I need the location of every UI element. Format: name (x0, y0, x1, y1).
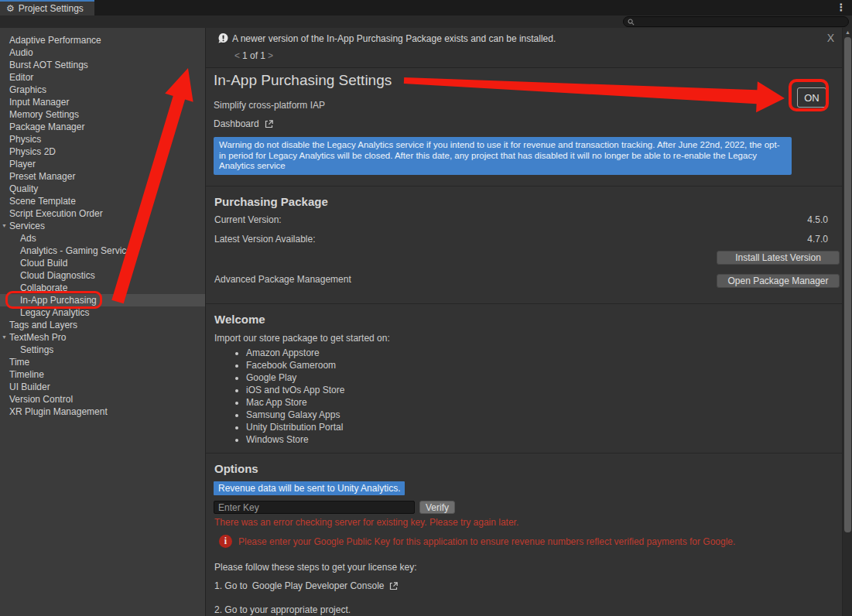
sidebar-item[interactable]: ▼ Services (0, 220, 205, 232)
license-step-1: 1. Go to Google Play Developer Console (214, 580, 399, 591)
sidebar-item[interactable]: ▼ Physics 2D (0, 145, 205, 158)
project-settings-window: ⚙ Project Settings ⋮ ▼ Adaptive Performa… (0, 0, 852, 616)
store-name: Facebook Gameroom (246, 360, 336, 371)
welcome-heading: Welcome (214, 313, 265, 326)
sidebar-item[interactable]: ▼ TextMesh Pro (0, 331, 205, 344)
sidebar-item-label: Timeline (9, 369, 44, 380)
sidebar-item-label: Time (9, 357, 29, 368)
install-latest-version-button[interactable]: Install Latest Version (717, 251, 840, 265)
legacy-analytics-warning: Warning do not disable the Legacy Analyt… (214, 137, 792, 175)
search-box[interactable] (623, 16, 849, 27)
sidebar-item-label: Package Manager (9, 121, 84, 132)
sidebar-item[interactable]: ▼ Adaptive Performance (0, 34, 205, 46)
sidebar-item[interactable]: ▼ Time (0, 356, 205, 368)
search-icon (628, 19, 635, 26)
pager-label: 1 of 1 (242, 50, 265, 61)
sidebar-item[interactable]: ▼ Quality (0, 183, 205, 195)
sidebar-item[interactable]: ▼ Physics (0, 133, 205, 145)
sidebar-item[interactable]: ▼ Audio (0, 46, 205, 59)
store-name: iOS and tvOs App Store (246, 385, 344, 395)
sidebar-item-label: UI Builder (9, 382, 50, 392)
pager-prev-icon[interactable]: < (232, 50, 242, 61)
service-on-toggle[interactable]: ON (797, 87, 826, 108)
sidebar-item[interactable]: ▼ UI Builder (0, 381, 205, 393)
sidebar-item-label: Tags and Layers (9, 320, 77, 330)
sidebar-item[interactable]: ▼ Package Manager (0, 121, 205, 133)
sidebar-item[interactable]: ▼ Player (0, 158, 205, 170)
vertical-scrollbar[interactable]: ▲ (842, 28, 852, 616)
console-warning-icon (217, 33, 229, 44)
sidebar-item[interactable]: ▼ Legacy Analytics (0, 306, 205, 319)
sidebar-item[interactable]: ▼ Version Control (0, 393, 205, 406)
sidebar-item[interactable]: ▼ Scene Template (0, 195, 205, 207)
settings-content: A newer version of the In-App Purchasing… (206, 28, 842, 616)
store-list-item: Mac App Store (246, 396, 344, 409)
banner-message: A newer version of the In-App Purchasing… (232, 33, 556, 44)
kebab-menu-icon[interactable]: ⋮ (836, 1, 847, 15)
sidebar-item-label: Memory Settings (9, 109, 79, 120)
sidebar-item-label: Adaptive Performance (9, 35, 101, 46)
google-play-console-link[interactable]: Google Play Developer Console (252, 580, 385, 591)
sidebar-item[interactable]: ▼ Analytics - Gaming Services (0, 245, 205, 257)
divider (206, 453, 842, 453)
search-input[interactable] (638, 17, 844, 26)
title-bar: ⚙ Project Settings ⋮ (0, 0, 852, 15)
sidebar-item[interactable]: ▼ In-App Purchasing (0, 294, 205, 306)
tab-project-settings[interactable]: ⚙ Project Settings (0, 0, 94, 15)
options-heading: Options (214, 462, 258, 475)
store-list-item: iOS and tvOs App Store (246, 384, 344, 396)
sidebar-item[interactable]: ▼ Graphics (0, 84, 205, 96)
info-icon: i (219, 535, 232, 548)
store-name: Amazon Appstore (246, 347, 320, 358)
sidebar-item-label: Ads (20, 233, 36, 244)
sidebar-item-label: Scene Template (9, 196, 76, 207)
sidebar-item[interactable]: ▼ Collaborate (0, 282, 205, 294)
scroll-up-icon[interactable]: ▲ (843, 29, 852, 35)
license-steps-intro: Please follow these steps to get your li… (214, 562, 416, 573)
sidebar-item-label: Editor (9, 72, 33, 83)
dashboard-link[interactable]: Dashboard (214, 118, 274, 129)
sidebar-item[interactable]: ▼ Input Manager (0, 96, 205, 108)
sidebar-item[interactable]: ▼ Burst AOT Settings (0, 59, 205, 71)
pager-next-icon[interactable]: > (265, 50, 275, 61)
sidebar-item[interactable]: ▼ Timeline (0, 368, 205, 381)
latest-version-label: Latest Version Available: (214, 234, 316, 245)
gear-icon: ⚙ (6, 4, 15, 13)
sidebar-item[interactable]: ▼ Cloud Build (0, 257, 205, 269)
sidebar-item[interactable]: ▼ Ads (0, 232, 205, 245)
sidebar-item-label: TextMesh Pro (9, 332, 66, 343)
sidebar-item-label: Player (9, 159, 36, 169)
sidebar-item[interactable]: ▼ XR Plugin Management (0, 406, 205, 418)
google-key-warning: Please enter your Google Public Key for … (238, 536, 834, 547)
google-key-input[interactable] (214, 501, 415, 514)
latest-version-value: 4.7.0 (807, 234, 828, 245)
open-package-manager-button[interactable]: Open Package Manager (717, 274, 840, 288)
foldout-icon[interactable]: ▼ (2, 220, 7, 232)
sidebar-item-label: Legacy Analytics (20, 307, 89, 318)
close-icon[interactable]: X (827, 32, 834, 44)
sidebar-item[interactable]: ▼ Script Execution Order (0, 207, 205, 220)
sidebar-item-label: Input Manager (9, 97, 69, 108)
sidebar-item[interactable]: ▼ Tags and Layers (0, 319, 205, 331)
sidebar-item-label: Analytics - Gaming Services (20, 245, 136, 256)
tab-title: Project Settings (19, 3, 84, 14)
sidebar-item[interactable]: ▼ Cloud Diagnostics (0, 269, 205, 282)
sidebar-item-label: Audio (9, 47, 33, 58)
sidebar-item-label: In-App Purchasing (20, 295, 97, 306)
sidebar-item[interactable]: ▼ Editor (0, 71, 205, 84)
store-name: Google Play (246, 372, 296, 383)
sidebar-item-label: Cloud Diagnostics (20, 270, 95, 281)
divider (206, 186, 842, 187)
license-step-2: 2. Go to your appropriate project. (214, 604, 351, 615)
store-name: Windows Store (246, 434, 309, 445)
dashboard-label: Dashboard (214, 118, 259, 129)
advanced-package-label: Advanced Package Management (214, 274, 351, 285)
sidebar-item[interactable]: ▼ Preset Manager (0, 170, 205, 183)
foldout-icon[interactable]: ▼ (2, 331, 7, 344)
scrollbar-thumb[interactable] (844, 37, 851, 532)
page-title: In-App Purchasing Settings (214, 72, 392, 89)
sidebar-item[interactable]: ▼ Memory Settings (0, 108, 205, 121)
sidebar-item[interactable]: ▼ Settings (0, 344, 205, 356)
verify-button[interactable]: Verify (419, 501, 455, 514)
settings-sidebar: ▼ Adaptive Performance ▼ Audio ▼ Burst A… (0, 28, 206, 616)
